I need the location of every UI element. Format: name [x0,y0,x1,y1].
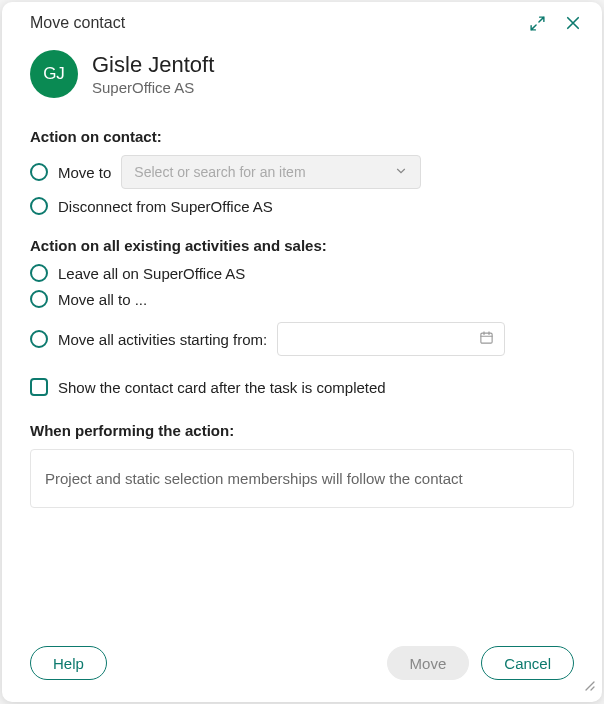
radio-leave-all[interactable] [30,264,48,282]
dialog-body: Action on contact: Move to Select or sea… [2,116,602,628]
company-select-placeholder: Select or search for an item [134,164,305,180]
radio-move-all-label: Move all to ... [58,291,147,308]
move-button-label: Move [410,655,447,672]
contact-name: Gisle Jentoft [92,52,214,78]
show-card-label: Show the contact card after the task is … [58,379,386,396]
action-contact-label: Action on contact: [30,128,574,145]
dialog-title: Move contact [30,14,125,32]
show-card-checkbox[interactable] [30,378,48,396]
radio-disconnect-label: Disconnect from SuperOffice AS [58,198,273,215]
radio-move-from[interactable] [30,330,48,348]
help-button-label: Help [53,655,84,672]
dialog-header: Move contact [2,2,602,40]
expand-icon[interactable] [529,15,546,32]
move-contact-dialog: Move contact GJ Gisle Jentoft SuperOffic… [2,2,602,702]
radio-move-to[interactable] [30,163,48,181]
close-icon[interactable] [564,14,582,32]
radio-move-from-row: Move all activities starting from: [30,322,574,356]
radio-move-to-row: Move to Select or search for an item [30,155,574,189]
cancel-button[interactable]: Cancel [481,646,574,680]
action-activities-label: Action on all existing activities and sa… [30,237,574,254]
footer-actions: Move Cancel [387,646,574,680]
contact-company: SuperOffice AS [92,79,214,96]
radio-move-all-row: Move all to ... [30,290,574,308]
radio-move-to-label: Move to [58,164,111,181]
radio-move-all[interactable] [30,290,48,308]
chevron-down-icon [394,164,408,181]
company-select[interactable]: Select or search for an item [121,155,421,189]
header-actions [529,14,582,32]
radio-disconnect[interactable] [30,197,48,215]
performing-note: Project and static selection memberships… [30,449,574,508]
calendar-icon [479,330,494,348]
contact-header: GJ Gisle Jentoft SuperOffice AS [2,40,602,116]
move-button[interactable]: Move [387,646,470,680]
show-card-row: Show the contact card after the task is … [30,378,574,396]
help-button[interactable]: Help [30,646,107,680]
date-input[interactable] [277,322,505,356]
contact-info: Gisle Jentoft SuperOffice AS [92,52,214,95]
avatar: GJ [30,50,78,98]
radio-disconnect-row: Disconnect from SuperOffice AS [30,197,574,215]
performing-label: When performing the action: [30,422,574,439]
radio-move-from-label: Move all activities starting from: [58,331,267,348]
cancel-button-label: Cancel [504,655,551,672]
resize-handle-icon[interactable] [580,676,596,696]
radio-leave-all-label: Leave all on SuperOffice AS [58,265,245,282]
svg-rect-0 [481,333,492,343]
avatar-initials: GJ [43,64,65,84]
dialog-footer: Help Move Cancel [2,628,602,702]
radio-leave-all-row: Leave all on SuperOffice AS [30,264,574,282]
